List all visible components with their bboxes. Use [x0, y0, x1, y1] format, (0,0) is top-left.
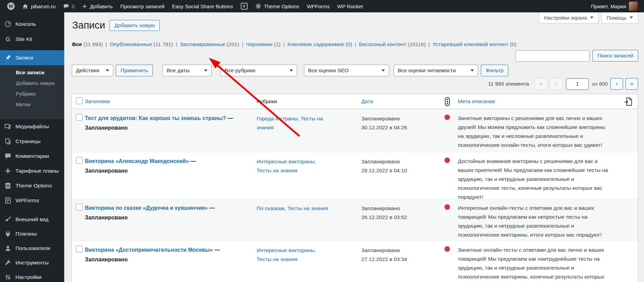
search-posts-button[interactable]: Поиск записей: [592, 50, 638, 62]
sidebar-item-theme-options[interactable]: H Theme Options: [0, 178, 64, 193]
chevron-down-icon: [471, 69, 474, 72]
date-status: Запланировано: [361, 159, 400, 164]
post-title-link[interactable]: Викторина по сказке «Дудочка и кувшинчик…: [85, 205, 208, 211]
adminbar-view-posts[interactable]: Просмотр записей: [116, 0, 168, 12]
dates-filter-select[interactable]: Все даты: [162, 65, 212, 76]
first-page-button[interactable]: «: [535, 78, 547, 90]
category-links[interactable]: Интересные викторины, Тесты на знания: [257, 159, 316, 173]
sidebar-item-site-kit[interactable]: G Site Kit: [0, 32, 64, 47]
filter-stale-cornerstone: Устаревший ключевой контент (0): [432, 41, 516, 47]
select-all-cell: [72, 97, 85, 106]
category-links[interactable]: Интересные викторины, Тесты на знания: [257, 247, 316, 262]
submenu-tags[interactable]: Метки: [0, 99, 64, 110]
adminbar-essb[interactable]: Easy Social Share Buttons: [168, 0, 237, 12]
apply-button[interactable]: Применить: [116, 65, 153, 76]
gear-icon: [255, 3, 261, 9]
filter-all: Все (11 993): [72, 41, 103, 47]
sidebar-item-appearance[interactable]: Внешний вид: [0, 212, 64, 227]
total-pages-label: из 600: [592, 81, 608, 87]
sidebar-item-plans[interactable]: Тарифные планы: [0, 163, 64, 178]
sidebar-item-dashboard[interactable]: Консоль: [0, 17, 64, 32]
category-links[interactable]: Города и страны, Тесты на знания: [257, 116, 323, 130]
main-content: Настройки экрана Помощь Записи Добавить …: [64, 12, 644, 282]
meta-description: Занятные викторины с решениями для вас л…: [456, 109, 638, 152]
bulk-actions-select[interactable]: Действия: [72, 65, 113, 76]
yoast-icon: Y: [241, 3, 248, 10]
sidebar-item-posts[interactable]: Записи: [0, 50, 64, 65]
date-value: 30.12.2022 в 04:26: [361, 124, 407, 130]
adminbar-comments-count: 0: [72, 3, 75, 9]
column-date: Дата: [361, 98, 439, 105]
current-page-input[interactable]: [566, 78, 589, 90]
sidebar-item-wpforms[interactable]: WPForms: [0, 193, 64, 208]
screen-options-button[interactable]: Настройки экрана: [539, 12, 599, 23]
submenu-add-new[interactable]: Добавить новую: [0, 78, 64, 88]
sort-by-date[interactable]: Дата: [361, 98, 373, 104]
adminbar-theme-options[interactable]: Theme Options: [251, 0, 303, 12]
meta-description: Достойные внимания викторины с решениями…: [456, 152, 638, 202]
seo-scores-filter-select[interactable]: Все оценки SEO: [304, 65, 389, 76]
filter-button[interactable]: Фильтр: [481, 65, 508, 76]
adminbar-new-content[interactable]: Добавить: [78, 0, 116, 12]
submenu-all-posts[interactable]: Все записи: [0, 67, 64, 78]
row-checkbox[interactable]: [76, 114, 83, 121]
dashboard-gauge-icon: [4, 21, 11, 28]
chevron-down-icon: [382, 69, 385, 72]
svg-text:G: G: [5, 36, 10, 43]
adminbar-yoast[interactable]: Y: [237, 0, 251, 12]
seo-score-red-dot: [444, 158, 450, 163]
table-row: Викторина «Александр Македонский» — Запл…: [72, 152, 638, 199]
sidebar-item-pages[interactable]: Страницы: [0, 134, 64, 149]
seo-traffic-light-icon: [444, 97, 451, 106]
submenu-categories[interactable]: Рубрики: [0, 88, 64, 99]
sidebar-item-settings[interactable]: Настройки: [0, 270, 64, 282]
sidebar-item-plugins[interactable]: Плагины: [0, 227, 64, 241]
sort-by-title[interactable]: Заголовок: [85, 98, 110, 104]
sidebar-item-comments[interactable]: Комментарии: [0, 149, 64, 163]
sidebar-item-tools[interactable]: Инструменты: [0, 256, 64, 270]
row-checkbox[interactable]: [76, 157, 83, 164]
wordpress-admin-screen: W pibarum.ru 0 Добавить Просмотр записей…: [0, 0, 644, 282]
search-input[interactable]: [516, 50, 590, 62]
date-status: Запланировано: [361, 205, 400, 211]
adminbar-comments[interactable]: 0: [59, 0, 78, 12]
adminbar-wp-rocket[interactable]: WP Rocket: [334, 0, 367, 12]
adminbar-wordpress-menu[interactable]: W: [3, 0, 19, 12]
adminbar-site-name[interactable]: pibarum.ru: [19, 0, 59, 12]
adminbar-site-label: pibarum.ru: [31, 3, 56, 9]
filter-scheduled: Запланированные (201): [180, 41, 239, 47]
readability-filter-select[interactable]: Все оценки читаемости: [394, 65, 478, 76]
category-links[interactable]: По сказкам, Тесты на знания: [257, 205, 328, 211]
row-checkbox[interactable]: [76, 246, 83, 252]
posts-submenu: Все записи Добавить новую Рубрики Метки: [0, 65, 64, 119]
prev-page-button[interactable]: ‹: [550, 78, 563, 90]
date-value: 28.12.2022 в 03:52: [361, 214, 407, 220]
adminbar-greeting: Привет, Мария: [591, 3, 626, 9]
last-page-button[interactable]: »: [625, 78, 638, 90]
post-status-filters: Все (11 993) | Опубликованные (11 791) |…: [72, 41, 516, 47]
sidebar-item-users[interactable]: Пользователи: [0, 241, 64, 256]
filter-published: Опубликованные (11 791): [110, 41, 173, 47]
chevron-down-icon: [590, 17, 594, 19]
sidebar-item-media[interactable]: Медиафайлы: [0, 119, 64, 134]
date-status: Запланировано: [361, 247, 400, 253]
post-title-link[interactable]: Тест для эрудитов: Как хорошо ты знаешь …: [85, 115, 226, 121]
items-count: 11 993 элемента: [488, 81, 529, 87]
row-checkbox[interactable]: [76, 204, 83, 210]
export-icon[interactable]: [624, 97, 633, 106]
add-new-post-button[interactable]: Добавить новую: [110, 20, 159, 31]
user-icon: [4, 245, 11, 252]
post-title-link[interactable]: Викторина «Александр Македонский»: [85, 158, 189, 164]
list-controls: Действия Применить Все даты Все рубрики …: [72, 65, 508, 76]
search-posts: Поиск записей: [516, 50, 638, 62]
select-all-checkbox[interactable]: [76, 97, 83, 104]
next-page-button[interactable]: ›: [610, 78, 623, 90]
categories-filter-select[interactable]: Все рубрики: [221, 65, 297, 76]
adminbar-my-account[interactable]: Привет, Мария: [587, 0, 639, 12]
sort-by-meta[interactable]: Мета описание: [458, 98, 495, 105]
post-title-link[interactable]: Викторина «Достопримечательности Москвы»: [85, 247, 213, 253]
chevron-down-icon: [290, 69, 293, 72]
wrench-icon: [4, 259, 11, 266]
help-button[interactable]: Помощь: [601, 12, 638, 23]
adminbar-wpforms[interactable]: WPForms: [303, 0, 334, 12]
